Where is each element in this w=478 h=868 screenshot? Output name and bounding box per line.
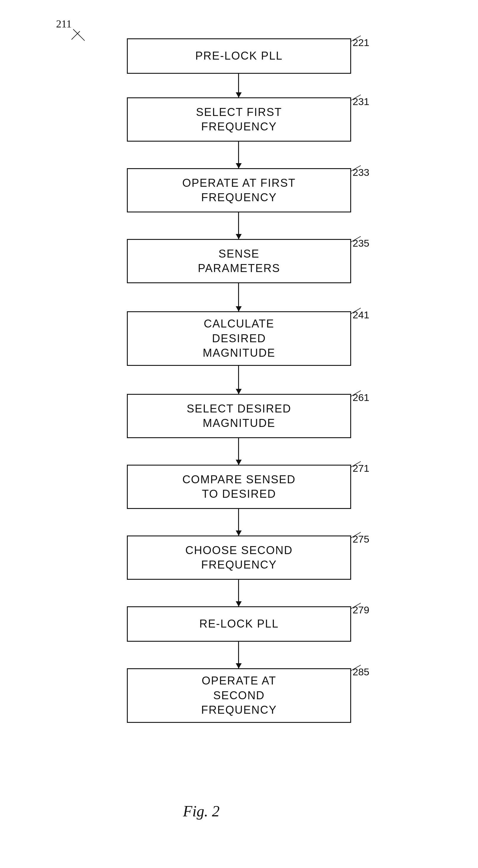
box-sense-params-label: SENSEPARAMETERS: [198, 247, 280, 276]
box-compare-sensed-desired-label: COMPARE SENSEDTO DESIRED: [182, 472, 296, 502]
box-operate-first-freq-label: OPERATE AT FIRSTFREQUENCY: [182, 176, 296, 205]
figure-label: Fig. 2: [183, 803, 219, 820]
arrow-8: [238, 580, 239, 606]
box-choose-second-freq-label: CHOOSE SECONDFREQUENCY: [185, 543, 293, 572]
diagram: 211 PRE-LOCK PLL 221 231 SELECT FIRSTFRE…: [0, 0, 478, 868]
box-select-first-frequency: SELECT FIRSTFREQUENCY: [127, 97, 351, 142]
box-calculate-desired-magnitude: CALCULATEDESIREDMAGNITUDE: [127, 311, 351, 366]
arrow-1: [238, 74, 239, 97]
arrow-6: [238, 438, 239, 465]
box-relock-pll-label: RE-LOCK PLL: [199, 617, 278, 631]
box-select-desired-magnitude: SELECT DESIREDMAGNITUDE: [127, 394, 351, 438]
box-operate-first-frequency: OPERATE AT FIRSTFREQUENCY: [127, 168, 351, 212]
box-operate-second-freq-label: OPERATE ATSECONDFREQUENCY: [201, 674, 277, 717]
box-choose-second-frequency: CHOOSE SECONDFREQUENCY: [127, 535, 351, 580]
box-operate-second-frequency: OPERATE ATSECONDFREQUENCY: [127, 668, 351, 723]
box-pre-lock-pll-label: PRE-LOCK PLL: [195, 49, 283, 63]
box-select-desired-mag-label: SELECT DESIREDMAGNITUDE: [187, 402, 292, 431]
box-calc-desired-mag-label: CALCULATEDESIREDMAGNITUDE: [203, 317, 275, 360]
box-compare-sensed-desired: COMPARE SENSEDTO DESIRED: [127, 465, 351, 509]
box-pre-lock-pll: PRE-LOCK PLL: [127, 38, 351, 74]
arrow-7: [238, 509, 239, 535]
main-ref-label: 211: [56, 18, 72, 30]
arrow-4: [238, 283, 239, 311]
arrow-5: [238, 366, 239, 394]
box-select-first-freq-label: SELECT FIRSTFREQUENCY: [196, 105, 282, 134]
box-relock-pll: RE-LOCK PLL: [127, 606, 351, 642]
arrow-9: [238, 642, 239, 668]
arrow-2: [238, 142, 239, 168]
box-sense-parameters: SENSEPARAMETERS: [127, 239, 351, 283]
arrow-3: [238, 212, 239, 239]
